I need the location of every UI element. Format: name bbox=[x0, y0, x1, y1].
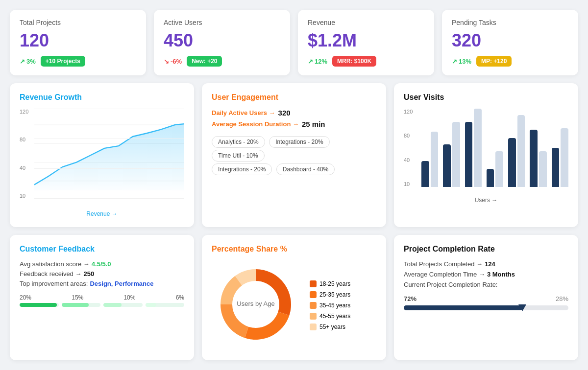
stat-card-revenue: Revenue $1.2M ↗ 12% MRR: $100K bbox=[298, 10, 434, 75]
completion-pct-labels: 72% 28% bbox=[404, 295, 568, 302]
user-engagement-title: User Engagement bbox=[212, 93, 376, 102]
legend-label: 25-35 years bbox=[319, 291, 350, 298]
percentage-share-card: Percentage Share % Users by Age 18-25 ye… bbox=[202, 235, 386, 360]
avg-satisfaction-value: 4.5/5.0 bbox=[92, 260, 111, 268]
stat-label: Active Users bbox=[164, 19, 280, 26]
progress-bar-wrap bbox=[20, 303, 59, 307]
legend-item: 55+ years bbox=[310, 324, 350, 330]
progress-labels: 20% 15% 10% 6% bbox=[20, 294, 184, 301]
progress-bar-fill bbox=[103, 303, 122, 307]
legend-label: 45-55 years bbox=[319, 313, 350, 320]
improvement-areas-row: Top improvement areas: Design, Performan… bbox=[20, 280, 184, 287]
donut-chart: Users by Age bbox=[212, 260, 300, 348]
daily-active-users-row: Daily Active Users → 320 bbox=[212, 109, 376, 117]
progress-bar-bg bbox=[146, 303, 185, 307]
avg-completion-label: Average Completion Time → bbox=[404, 271, 485, 278]
projects-completed-row: Total Projects Completed → 124 bbox=[404, 260, 568, 268]
completion-slider-fill bbox=[404, 305, 522, 310]
stat-badge: New: +20 bbox=[187, 56, 222, 67]
progress-bar-fill bbox=[146, 303, 156, 307]
trend-arrow-up-icon: ↗ bbox=[20, 58, 25, 65]
project-completion-title: Project Completion Rate bbox=[404, 245, 568, 254]
user-visits-title: User Visits bbox=[404, 93, 568, 102]
bar-light bbox=[561, 128, 568, 187]
main-row: Revenue Growth 120 80 40 10 bbox=[10, 83, 578, 227]
bar-group bbox=[508, 115, 525, 187]
completion-rate-label: Current Project Completion Rate: bbox=[404, 281, 497, 288]
bar-group bbox=[487, 151, 503, 187]
stat-value: 320 bbox=[452, 30, 568, 51]
donut-chart-wrap: Users by Age bbox=[212, 260, 300, 350]
donut-segment-2 bbox=[220, 304, 248, 338]
bar-light bbox=[431, 132, 439, 187]
bar-dark bbox=[508, 138, 516, 187]
bar-light bbox=[517, 115, 525, 187]
bar-dark bbox=[465, 122, 473, 187]
legend-dot bbox=[310, 291, 317, 298]
customer-feedback-card: Customer Feedback Avg satisfaction score… bbox=[10, 235, 194, 360]
avg-satisfaction-label: Avg satisfaction score → bbox=[20, 260, 90, 268]
donut-container: Users by Age 18-25 years25-35 years35-45… bbox=[212, 260, 376, 350]
bar-light bbox=[495, 151, 503, 187]
daily-users-label: Daily Active Users → bbox=[212, 109, 275, 116]
legend-label: 55+ years bbox=[319, 324, 345, 330]
stat-footer: ↘ -6% New: +20 bbox=[164, 56, 280, 67]
revenue-growth-card: Revenue Growth 120 80 40 10 bbox=[10, 83, 194, 227]
stat-card-total-projects: Total Projects 120 ↗ 3% +10 Projects bbox=[10, 10, 146, 75]
engagement-tags: Analytics - 20% Integrations - 20% Time … bbox=[212, 134, 376, 175]
avg-session-label: Average Session Duration → bbox=[212, 120, 299, 128]
legend-label: 35-45 years bbox=[319, 302, 350, 309]
legend-item: 25-35 years bbox=[310, 291, 350, 298]
feedback-received-row: Feedback received → 250 bbox=[20, 270, 184, 278]
stat-value: $1.2M bbox=[308, 30, 424, 51]
user-visits-bar-chart bbox=[421, 109, 568, 197]
legend-dot bbox=[310, 313, 317, 320]
trend-indicator: ↗ 12% bbox=[308, 58, 327, 65]
bar-light bbox=[539, 151, 547, 187]
bar-light bbox=[452, 122, 460, 187]
bar-chart-y-labels: 120 80 40 10 bbox=[404, 109, 413, 187]
stat-value: 450 bbox=[164, 30, 280, 51]
avg-session-duration-row: Average Session Duration → 25 min bbox=[212, 120, 376, 128]
bar-light bbox=[474, 109, 482, 187]
donut-segment-0 bbox=[256, 269, 291, 315]
tag-analytics: Analytics - 20% bbox=[212, 136, 265, 148]
legend-dot bbox=[310, 324, 317, 330]
avg-completion-time-row: Average Completion Time → 3 Months bbox=[404, 271, 568, 278]
stat-card-pending-tasks: Pending Tasks 320 ↗ 13% MP: +120 bbox=[442, 10, 578, 75]
user-engagement-card: User Engagement Daily Active Users → 320… bbox=[202, 83, 386, 227]
legend-label: 18-25 years bbox=[319, 280, 350, 287]
daily-users-value: 320 bbox=[278, 109, 291, 117]
bar-dark bbox=[530, 130, 538, 187]
projects-completed-value: 124 bbox=[485, 260, 495, 268]
legend-item: 18-25 years bbox=[310, 280, 350, 287]
bar-dark bbox=[552, 148, 560, 187]
improvement-label: Top improvement areas: bbox=[20, 280, 88, 287]
avg-session-value: 25 min bbox=[302, 120, 325, 128]
bar-group bbox=[421, 132, 438, 187]
project-completion-card: Project Completion Rate Total Projects C… bbox=[394, 235, 578, 360]
dashboard: Total Projects 120 ↗ 3% +10 Projects Act… bbox=[10, 10, 578, 360]
stat-label: Revenue bbox=[308, 19, 424, 26]
progress-bar-fill bbox=[20, 303, 57, 307]
progress-bar-bg bbox=[103, 303, 143, 307]
bottom-row: Customer Feedback Avg satisfaction score… bbox=[10, 235, 578, 360]
trend-arrow-up-icon: ↗ bbox=[452, 58, 457, 65]
feedback-received-label: Feedback received → bbox=[20, 270, 81, 278]
legend-item: 35-45 years bbox=[310, 302, 350, 309]
bar-dark bbox=[487, 169, 494, 187]
stat-footer: ↗ 3% +10 Projects bbox=[20, 56, 136, 67]
bar-group bbox=[443, 122, 460, 187]
completion-bar-section: 72% 28% bbox=[404, 295, 568, 310]
tag-integrations2: Integrations - 20% bbox=[212, 163, 272, 175]
donut-legend: 18-25 years25-35 years35-45 years45-55 y… bbox=[310, 280, 350, 330]
feedback-received-value: 250 bbox=[83, 270, 94, 278]
legend-dot bbox=[310, 280, 317, 287]
tag-dashboard: Dashboard - 40% bbox=[276, 163, 335, 175]
revenue-line-chart bbox=[34, 109, 184, 207]
trend-arrow-up-icon: ↗ bbox=[308, 58, 313, 65]
donut-segment-1 bbox=[245, 312, 290, 340]
progress-bar-wrap bbox=[146, 303, 185, 307]
bar-dark bbox=[443, 144, 451, 187]
progress-bar-bg bbox=[20, 303, 59, 307]
